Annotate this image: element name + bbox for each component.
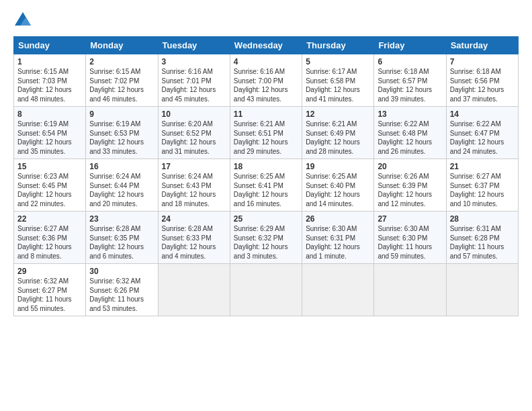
calendar-cell <box>158 264 230 316</box>
logo <box>13 11 34 30</box>
day-number: 17 <box>162 162 226 171</box>
day-number: 22 <box>17 214 82 224</box>
calendar-cell: 30Sunrise: 6:32 AMSunset: 6:26 PMDayligh… <box>86 264 158 316</box>
day-number: 16 <box>89 162 154 171</box>
day-detail: Sunrise: 6:25 AMSunset: 6:41 PMDaylight:… <box>234 173 288 208</box>
header <box>13 11 519 30</box>
day-detail: Sunrise: 6:28 AMSunset: 6:35 PMDaylight:… <box>89 225 144 260</box>
calendar-cell <box>374 264 446 316</box>
calendar-cell: 3Sunrise: 6:16 AMSunset: 7:01 PMDaylight… <box>158 54 230 107</box>
day-number: 30 <box>89 267 154 276</box>
week-row-5: 29Sunrise: 6:32 AMSunset: 6:27 PMDayligh… <box>14 264 519 316</box>
calendar-table: SundayMondayTuesdayWednesdayThursdayFrid… <box>13 36 519 316</box>
day-number: 29 <box>17 267 82 276</box>
calendar-cell <box>302 264 374 316</box>
col-header-friday: Friday <box>374 37 446 54</box>
calendar-cell: 13Sunrise: 6:22 AMSunset: 6:48 PMDayligh… <box>374 107 446 159</box>
day-detail: Sunrise: 6:21 AMSunset: 6:51 PMDaylight:… <box>234 120 288 155</box>
day-detail: Sunrise: 6:27 AMSunset: 6:36 PMDaylight:… <box>17 225 72 260</box>
week-row-3: 15Sunrise: 6:23 AMSunset: 6:45 PMDayligh… <box>14 159 519 212</box>
day-detail: Sunrise: 6:17 AMSunset: 6:58 PMDaylight:… <box>306 68 360 103</box>
day-detail: Sunrise: 6:22 AMSunset: 6:48 PMDaylight:… <box>378 120 432 155</box>
col-header-tuesday: Tuesday <box>158 37 230 54</box>
day-detail: Sunrise: 6:15 AMSunset: 7:02 PMDaylight:… <box>89 68 144 103</box>
day-detail: Sunrise: 6:18 AMSunset: 6:57 PMDaylight:… <box>378 68 432 103</box>
calendar-cell: 1Sunrise: 6:15 AMSunset: 7:03 PMDaylight… <box>14 54 86 107</box>
calendar-cell: 11Sunrise: 6:21 AMSunset: 6:51 PMDayligh… <box>230 107 302 159</box>
week-row-4: 22Sunrise: 6:27 AMSunset: 6:36 PMDayligh… <box>14 212 519 264</box>
day-detail: Sunrise: 6:20 AMSunset: 6:52 PMDaylight:… <box>162 120 216 155</box>
calendar-cell: 8Sunrise: 6:19 AMSunset: 6:54 PMDaylight… <box>14 107 86 159</box>
day-number: 4 <box>234 57 298 66</box>
day-detail: Sunrise: 6:30 AMSunset: 6:31 PMDaylight:… <box>306 225 360 260</box>
calendar-cell: 2Sunrise: 6:15 AMSunset: 7:02 PMDaylight… <box>86 54 158 107</box>
day-number: 26 <box>306 214 370 224</box>
logo-icon <box>13 11 32 30</box>
day-detail: Sunrise: 6:15 AMSunset: 7:03 PMDaylight:… <box>17 68 72 103</box>
calendar-cell: 23Sunrise: 6:28 AMSunset: 6:35 PMDayligh… <box>86 212 158 264</box>
day-detail: Sunrise: 6:30 AMSunset: 6:30 PMDaylight:… <box>378 225 432 260</box>
col-header-thursday: Thursday <box>302 37 374 54</box>
day-detail: Sunrise: 6:26 AMSunset: 6:39 PMDaylight:… <box>378 173 432 208</box>
calendar-cell: 27Sunrise: 6:30 AMSunset: 6:30 PMDayligh… <box>374 212 446 264</box>
col-header-monday: Monday <box>86 37 158 54</box>
day-detail: Sunrise: 6:27 AMSunset: 6:37 PMDaylight:… <box>450 173 504 208</box>
calendar-body: 1Sunrise: 6:15 AMSunset: 7:03 PMDaylight… <box>14 54 519 316</box>
day-detail: Sunrise: 6:25 AMSunset: 6:40 PMDaylight:… <box>306 173 360 208</box>
calendar-cell: 4Sunrise: 6:16 AMSunset: 7:00 PMDaylight… <box>230 54 302 107</box>
day-detail: Sunrise: 6:31 AMSunset: 6:28 PMDaylight:… <box>450 225 504 260</box>
day-number: 10 <box>162 109 226 119</box>
day-detail: Sunrise: 6:32 AMSunset: 6:27 PMDaylight:… <box>17 277 72 312</box>
calendar-cell: 15Sunrise: 6:23 AMSunset: 6:45 PMDayligh… <box>14 159 86 212</box>
calendar-cell: 17Sunrise: 6:24 AMSunset: 6:43 PMDayligh… <box>158 159 230 212</box>
day-detail: Sunrise: 6:24 AMSunset: 6:43 PMDaylight:… <box>162 173 216 208</box>
calendar-cell: 5Sunrise: 6:17 AMSunset: 6:58 PMDaylight… <box>302 54 374 107</box>
day-number: 14 <box>450 109 515 119</box>
calendar-cell <box>446 264 518 316</box>
day-detail: Sunrise: 6:22 AMSunset: 6:47 PMDaylight:… <box>450 120 504 155</box>
calendar-cell: 6Sunrise: 6:18 AMSunset: 6:57 PMDaylight… <box>374 54 446 107</box>
day-number: 28 <box>450 214 515 224</box>
day-number: 15 <box>17 162 82 171</box>
calendar-cell: 7Sunrise: 6:18 AMSunset: 6:56 PMDaylight… <box>446 54 518 107</box>
calendar-header-row: SundayMondayTuesdayWednesdayThursdayFrid… <box>14 37 519 54</box>
day-detail: Sunrise: 6:19 AMSunset: 6:54 PMDaylight:… <box>17 120 72 155</box>
day-number: 27 <box>378 214 442 224</box>
calendar-cell: 18Sunrise: 6:25 AMSunset: 6:41 PMDayligh… <box>230 159 302 212</box>
day-number: 7 <box>450 57 515 66</box>
day-detail: Sunrise: 6:19 AMSunset: 6:53 PMDaylight:… <box>89 120 144 155</box>
day-detail: Sunrise: 6:16 AMSunset: 7:01 PMDaylight:… <box>162 68 216 103</box>
day-number: 13 <box>378 109 442 119</box>
day-number: 24 <box>162 214 226 224</box>
day-number: 21 <box>450 162 515 171</box>
day-detail: Sunrise: 6:32 AMSunset: 6:26 PMDaylight:… <box>89 277 144 312</box>
calendar-cell: 19Sunrise: 6:25 AMSunset: 6:40 PMDayligh… <box>302 159 374 212</box>
day-detail: Sunrise: 6:29 AMSunset: 6:32 PMDaylight:… <box>234 225 288 260</box>
day-number: 5 <box>306 57 370 66</box>
col-header-saturday: Saturday <box>446 37 518 54</box>
day-number: 19 <box>306 162 370 171</box>
calendar-cell: 26Sunrise: 6:30 AMSunset: 6:31 PMDayligh… <box>302 212 374 264</box>
calendar-cell: 14Sunrise: 6:22 AMSunset: 6:47 PMDayligh… <box>446 107 518 159</box>
page: SundayMondayTuesdayWednesdayThursdayFrid… <box>0 0 532 323</box>
day-number: 1 <box>17 57 82 66</box>
day-detail: Sunrise: 6:21 AMSunset: 6:49 PMDaylight:… <box>306 120 360 155</box>
day-detail: Sunrise: 6:28 AMSunset: 6:33 PMDaylight:… <box>162 225 216 260</box>
day-number: 2 <box>89 57 154 66</box>
calendar-cell: 16Sunrise: 6:24 AMSunset: 6:44 PMDayligh… <box>86 159 158 212</box>
day-number: 3 <box>162 57 226 66</box>
calendar-cell: 29Sunrise: 6:32 AMSunset: 6:27 PMDayligh… <box>14 264 86 316</box>
calendar-cell: 12Sunrise: 6:21 AMSunset: 6:49 PMDayligh… <box>302 107 374 159</box>
calendar-cell: 21Sunrise: 6:27 AMSunset: 6:37 PMDayligh… <box>446 159 518 212</box>
calendar-cell: 28Sunrise: 6:31 AMSunset: 6:28 PMDayligh… <box>446 212 518 264</box>
calendar-cell: 24Sunrise: 6:28 AMSunset: 6:33 PMDayligh… <box>158 212 230 264</box>
week-row-2: 8Sunrise: 6:19 AMSunset: 6:54 PMDaylight… <box>14 107 519 159</box>
calendar-cell: 25Sunrise: 6:29 AMSunset: 6:32 PMDayligh… <box>230 212 302 264</box>
calendar-cell: 22Sunrise: 6:27 AMSunset: 6:36 PMDayligh… <box>14 212 86 264</box>
day-number: 25 <box>234 214 298 224</box>
day-number: 6 <box>378 57 442 66</box>
day-detail: Sunrise: 6:23 AMSunset: 6:45 PMDaylight:… <box>17 173 72 208</box>
col-header-sunday: Sunday <box>14 37 86 54</box>
col-header-wednesday: Wednesday <box>230 37 302 54</box>
day-detail: Sunrise: 6:24 AMSunset: 6:44 PMDaylight:… <box>89 173 144 208</box>
